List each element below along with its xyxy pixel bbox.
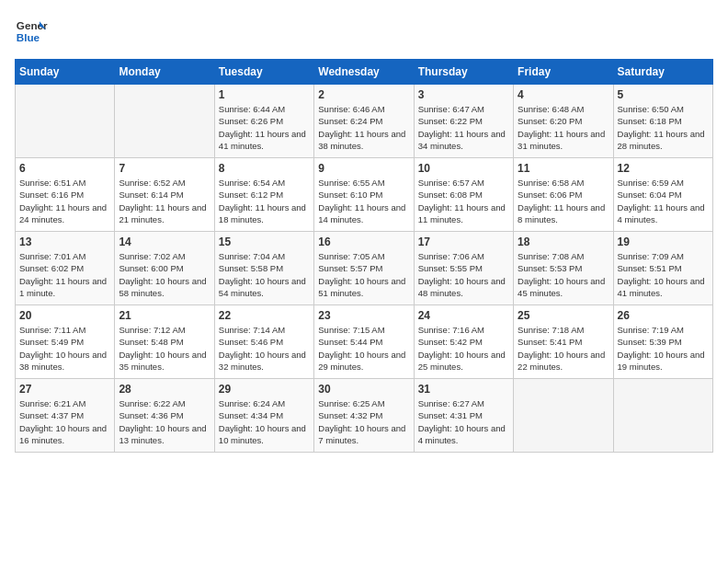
day-number: 26 (618, 309, 709, 322)
calendar-week-row: 20Sunrise: 7:11 AM Sunset: 5:49 PM Dayli… (16, 305, 713, 379)
day-info: Sunrise: 6:47 AM Sunset: 6:22 PM Dayligh… (418, 103, 509, 152)
calendar-cell: 15Sunrise: 7:04 AM Sunset: 5:58 PM Dayli… (214, 232, 313, 305)
day-number: 25 (518, 309, 609, 322)
day-info: Sunrise: 6:57 AM Sunset: 6:08 PM Dayligh… (418, 177, 509, 225)
calendar-cell: 31Sunrise: 6:27 AM Sunset: 4:31 PM Dayli… (414, 379, 513, 453)
day-number: 10 (418, 162, 509, 175)
day-number: 11 (518, 162, 609, 175)
day-number: 9 (318, 162, 409, 175)
calendar-cell: 16Sunrise: 7:05 AM Sunset: 5:57 PM Dayli… (314, 232, 414, 305)
day-info: Sunrise: 7:08 AM Sunset: 5:53 PM Dayligh… (518, 250, 609, 299)
day-info: Sunrise: 6:48 AM Sunset: 6:20 PM Dayligh… (518, 103, 609, 152)
weekday-header: Friday (514, 60, 613, 85)
day-info: Sunrise: 7:14 AM Sunset: 5:46 PM Dayligh… (219, 324, 310, 373)
day-info: Sunrise: 6:59 AM Sunset: 6:04 PM Dayligh… (618, 177, 709, 225)
day-number: 5 (618, 88, 709, 101)
calendar-week-row: 13Sunrise: 7:01 AM Sunset: 6:02 PM Dayli… (16, 232, 713, 305)
calendar-cell: 8Sunrise: 6:54 AM Sunset: 6:12 PM Daylig… (214, 158, 313, 232)
day-number: 22 (219, 309, 310, 322)
calendar-cell (16, 85, 115, 158)
weekday-header: Sunday (16, 60, 115, 85)
calendar-cell: 18Sunrise: 7:08 AM Sunset: 5:53 PM Dayli… (514, 232, 613, 305)
calendar-week-row: 1Sunrise: 6:44 AM Sunset: 6:26 PM Daylig… (16, 85, 713, 158)
weekday-header: Monday (115, 60, 214, 85)
calendar-table: SundayMondayTuesdayWednesdayThursdayFrid… (15, 59, 713, 453)
day-info: Sunrise: 7:16 AM Sunset: 5:42 PM Dayligh… (418, 324, 509, 373)
calendar-cell: 13Sunrise: 7:01 AM Sunset: 6:02 PM Dayli… (16, 232, 115, 305)
calendar-cell: 28Sunrise: 6:22 AM Sunset: 4:36 PM Dayli… (115, 379, 214, 453)
calendar-cell: 14Sunrise: 7:02 AM Sunset: 6:00 PM Dayli… (115, 232, 214, 305)
weekday-header: Wednesday (314, 60, 414, 85)
day-number: 20 (19, 309, 110, 322)
day-info: Sunrise: 7:15 AM Sunset: 5:44 PM Dayligh… (318, 324, 409, 373)
calendar-cell: 30Sunrise: 6:25 AM Sunset: 4:32 PM Dayli… (314, 379, 414, 453)
calendar-cell: 22Sunrise: 7:14 AM Sunset: 5:46 PM Dayli… (214, 305, 313, 379)
calendar-cell (514, 379, 613, 453)
day-info: Sunrise: 6:25 AM Sunset: 4:32 PM Dayligh… (318, 397, 409, 446)
calendar-cell: 17Sunrise: 7:06 AM Sunset: 5:55 PM Dayli… (414, 232, 513, 305)
day-info: Sunrise: 7:02 AM Sunset: 6:00 PM Dayligh… (119, 250, 210, 299)
calendar-cell: 12Sunrise: 6:59 AM Sunset: 6:04 PM Dayli… (613, 158, 712, 232)
day-info: Sunrise: 6:58 AM Sunset: 6:06 PM Dayligh… (518, 177, 609, 225)
day-info: Sunrise: 6:51 AM Sunset: 6:16 PM Dayligh… (19, 177, 110, 225)
calendar-cell: 1Sunrise: 6:44 AM Sunset: 6:26 PM Daylig… (214, 85, 313, 158)
day-info: Sunrise: 7:09 AM Sunset: 5:51 PM Dayligh… (618, 250, 709, 299)
day-info: Sunrise: 6:21 AM Sunset: 4:37 PM Dayligh… (19, 397, 110, 446)
day-number: 23 (318, 309, 409, 322)
day-info: Sunrise: 6:46 AM Sunset: 6:24 PM Dayligh… (318, 103, 409, 152)
day-number: 2 (318, 88, 409, 101)
calendar-cell: 3Sunrise: 6:47 AM Sunset: 6:22 PM Daylig… (414, 85, 513, 158)
calendar-week-row: 27Sunrise: 6:21 AM Sunset: 4:37 PM Dayli… (16, 379, 713, 453)
calendar-cell: 26Sunrise: 7:19 AM Sunset: 5:39 PM Dayli… (613, 305, 712, 379)
page-header: General Blue (15, 15, 713, 48)
day-number: 21 (119, 309, 210, 322)
day-number: 7 (119, 162, 210, 175)
calendar-cell: 5Sunrise: 6:50 AM Sunset: 6:18 PM Daylig… (613, 85, 712, 158)
calendar-cell: 27Sunrise: 6:21 AM Sunset: 4:37 PM Dayli… (16, 379, 115, 453)
calendar-cell (115, 85, 214, 158)
calendar-cell: 2Sunrise: 6:46 AM Sunset: 6:24 PM Daylig… (314, 85, 414, 158)
calendar-cell: 29Sunrise: 6:24 AM Sunset: 4:34 PM Dayli… (214, 379, 313, 453)
day-number: 15 (219, 236, 310, 248)
day-info: Sunrise: 6:50 AM Sunset: 6:18 PM Dayligh… (618, 103, 709, 152)
calendar-cell: 25Sunrise: 7:18 AM Sunset: 5:41 PM Dayli… (514, 305, 613, 379)
weekday-header: Tuesday (214, 60, 313, 85)
day-number: 6 (19, 162, 110, 175)
day-info: Sunrise: 6:55 AM Sunset: 6:10 PM Dayligh… (318, 177, 409, 225)
svg-text:General: General (17, 19, 48, 31)
svg-text:Blue: Blue (17, 31, 40, 43)
day-info: Sunrise: 7:06 AM Sunset: 5:55 PM Dayligh… (418, 250, 509, 299)
day-info: Sunrise: 6:54 AM Sunset: 6:12 PM Dayligh… (219, 177, 310, 225)
day-info: Sunrise: 7:19 AM Sunset: 5:39 PM Dayligh… (618, 324, 709, 373)
day-number: 1 (219, 88, 310, 101)
day-number: 8 (219, 162, 310, 175)
calendar-cell: 9Sunrise: 6:55 AM Sunset: 6:10 PM Daylig… (314, 158, 414, 232)
day-number: 16 (318, 236, 409, 248)
calendar-cell: 19Sunrise: 7:09 AM Sunset: 5:51 PM Dayli… (613, 232, 712, 305)
day-number: 18 (518, 236, 609, 248)
weekday-header: Thursday (414, 60, 513, 85)
day-info: Sunrise: 7:12 AM Sunset: 5:48 PM Dayligh… (119, 324, 210, 373)
day-number: 3 (418, 88, 509, 101)
calendar-cell: 11Sunrise: 6:58 AM Sunset: 6:06 PM Dayli… (514, 158, 613, 232)
day-number: 30 (318, 383, 409, 396)
calendar-cell (613, 379, 712, 453)
day-info: Sunrise: 6:24 AM Sunset: 4:34 PM Dayligh… (219, 397, 310, 446)
day-number: 28 (119, 383, 210, 396)
day-number: 19 (618, 236, 709, 248)
day-number: 4 (518, 88, 609, 101)
day-info: Sunrise: 7:01 AM Sunset: 6:02 PM Dayligh… (19, 250, 110, 299)
day-number: 14 (119, 236, 210, 248)
calendar-cell: 4Sunrise: 6:48 AM Sunset: 6:20 PM Daylig… (514, 85, 613, 158)
logo-icon: General Blue (15, 15, 48, 48)
day-number: 29 (219, 383, 310, 396)
day-number: 13 (19, 236, 110, 248)
day-number: 24 (418, 309, 509, 322)
day-number: 17 (418, 236, 509, 248)
day-number: 12 (618, 162, 709, 175)
day-info: Sunrise: 7:11 AM Sunset: 5:49 PM Dayligh… (19, 324, 110, 373)
day-info: Sunrise: 7:05 AM Sunset: 5:57 PM Dayligh… (318, 250, 409, 299)
calendar-week-row: 6Sunrise: 6:51 AM Sunset: 6:16 PM Daylig… (16, 158, 713, 232)
calendar-cell: 20Sunrise: 7:11 AM Sunset: 5:49 PM Dayli… (16, 305, 115, 379)
logo: General Blue (15, 15, 48, 48)
